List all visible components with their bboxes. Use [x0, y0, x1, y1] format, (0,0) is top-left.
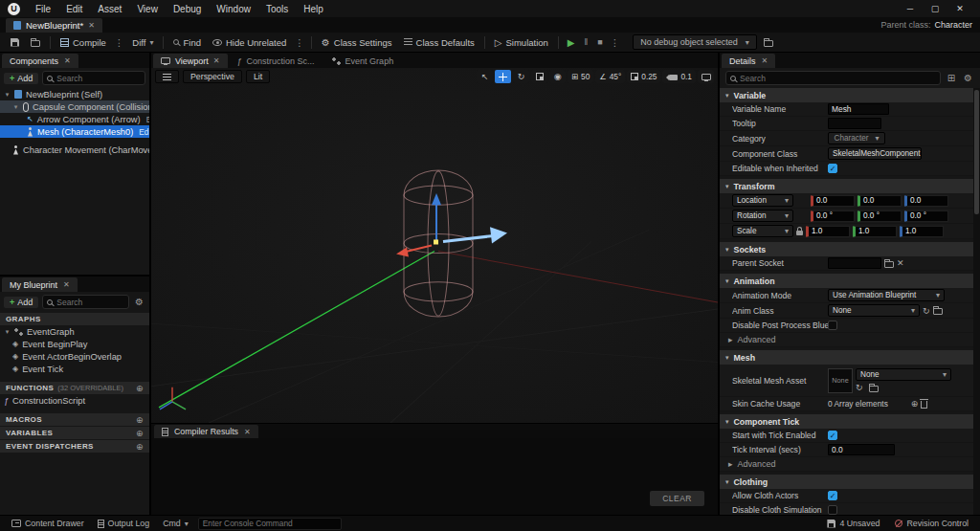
advanced-expander-tick[interactable]: ▸ Advanced [720, 457, 973, 472]
perspective-button[interactable]: Perspective [183, 70, 242, 83]
parent-class-value[interactable]: Character [934, 20, 972, 30]
add-component-button[interactable]: +Add [4, 73, 38, 84]
functions-section-header[interactable]: FUNCTIONS (32 OVERRIDABLE) ⊕ [0, 382, 149, 394]
section-animation[interactable]: ▾Animation [720, 274, 973, 288]
add-function-icon[interactable]: ⊕ [136, 384, 144, 393]
construction-script-row[interactable]: ƒ ConstructionScript [0, 394, 149, 407]
rotation-y-field[interactable]: 0.0 ° [858, 210, 902, 222]
class-defaults-button[interactable]: Class Defaults [399, 35, 479, 50]
section-variable[interactable]: ▾Variable [720, 88, 973, 102]
close-icon[interactable]: ✕ [213, 56, 220, 65]
view-options-icon[interactable]: ⊞ [946, 73, 957, 83]
play-button[interactable]: ▶ [564, 35, 579, 50]
components-search-input[interactable] [56, 74, 141, 83]
lock-icon[interactable] [796, 231, 803, 235]
chevron-down-icon[interactable]: ▾ [4, 328, 11, 336]
menu-view[interactable]: View [129, 4, 166, 14]
save-button[interactable] [6, 36, 24, 49]
tab-construction-script[interactable]: ƒ Construction Sc... [230, 54, 323, 68]
cmd-dropdown[interactable]: Cmd▾ [157, 519, 194, 528]
add-array-element-icon[interactable]: ⊕ [911, 399, 919, 409]
compile-button[interactable]: Compile [56, 35, 111, 50]
scrollbar-thumb[interactable] [974, 90, 979, 214]
debug-object-select[interactable]: No debug object selected ▾ [633, 34, 757, 50]
component-row-self[interactable]: ▾ NewBlueprint (Self) [0, 88, 149, 100]
close-icon[interactable]: ✕ [244, 428, 251, 436]
event-actorbeginoverlap-row[interactable]: ◈ Event ActorBeginOverlap [0, 350, 149, 363]
simulation-button[interactable]: ▷Simulation [490, 35, 553, 50]
browse-asset-button[interactable] [26, 36, 45, 49]
animation-mode-select[interactable]: Use Animation Blueprint▾ [828, 289, 945, 301]
location-y-field[interactable]: 0.0 [858, 195, 902, 207]
variables-section-header[interactable]: VARIABLES ⊕ [0, 427, 149, 439]
category-select[interactable]: Character▾ [828, 132, 885, 144]
component-row-capsule[interactable]: ▾ Capsule Component (CollisionCylinde [0, 100, 149, 113]
compile-options-button[interactable]: ⋮ [113, 35, 126, 50]
select-tool-button[interactable]: ↖ [477, 70, 493, 83]
tab-details[interactable]: Details ✕ [722, 54, 775, 68]
debug-browse-button[interactable] [759, 36, 778, 49]
output-log-button[interactable]: Output Log [92, 519, 156, 528]
rotate-tool-button[interactable]: ↻ [513, 70, 529, 83]
settings-gear-icon[interactable]: ⚙ [133, 297, 145, 307]
tab-compiler-results[interactable]: Compiler Results ✕ [154, 425, 258, 438]
scale-snap-control[interactable]: 0.25 [627, 70, 660, 83]
close-button[interactable]: ✕ [947, 4, 972, 13]
disable-post-process-checkbox[interactable] [828, 321, 837, 330]
browse-mesh-icon[interactable] [869, 386, 879, 392]
section-mesh[interactable]: ▾Mesh [720, 350, 973, 365]
component-class-select[interactable]: SkeletalMeshComponent▾ [828, 147, 922, 160]
location-x-field[interactable]: 0.0 [811, 195, 855, 207]
details-search-input[interactable] [740, 74, 936, 83]
close-icon[interactable]: ✕ [88, 21, 95, 30]
disable-cloth-simulation-checkbox[interactable] [828, 505, 837, 515]
details-scrollbar[interactable] [973, 88, 980, 515]
start-with-tick-enabled-checkbox[interactable] [828, 431, 837, 440]
graphs-section-header[interactable]: GRAPHS [0, 313, 149, 325]
anim-class-select[interactable]: None▾ [828, 304, 920, 317]
skeletal-mesh-select[interactable]: None▾ [856, 368, 951, 381]
location-z-field[interactable]: 0.0 [904, 195, 948, 207]
viewport-3d[interactable]: Perspective Lit ↖ ↻ ◉ ⊞50 ∠45° 0.25 0.1 [151, 68, 718, 423]
section-clothing[interactable]: ▾Clothing [720, 475, 973, 489]
event-beginplay-row[interactable]: ◈ Event BeginPlay [0, 338, 149, 350]
play-options-button[interactable]: ⋮ [609, 35, 622, 50]
scale-z-field[interactable]: 1.0 [900, 226, 944, 237]
section-sockets[interactable]: ▾Sockets [720, 242, 973, 256]
menu-edit[interactable]: Edit [58, 4, 90, 14]
grid-snap-control[interactable]: ⊞50 [568, 70, 593, 83]
menu-help[interactable]: Help [296, 4, 331, 14]
unsaved-status-button[interactable]: 4 Unsaved [821, 519, 885, 528]
scale-space-select[interactable]: Scale▾ [732, 225, 793, 237]
section-transform[interactable]: ▾Transform [720, 179, 973, 193]
clear-button[interactable]: CLEAR [650, 491, 704, 506]
use-selected-icon[interactable]: ↻ [923, 306, 930, 316]
blueprint-document-tab[interactable]: NewBlueprint* ✕ [6, 18, 102, 33]
my-blueprint-search-input[interactable] [56, 298, 124, 307]
tab-viewport[interactable]: Viewport ✕ [153, 54, 228, 68]
close-icon[interactable]: ✕ [64, 56, 71, 65]
mesh-thumbnail[interactable]: None [828, 368, 853, 393]
browse-anim-class-icon[interactable] [933, 308, 943, 315]
menu-tools[interactable]: Tools [258, 4, 296, 14]
add-blueprint-item-button[interactable]: +Add [4, 297, 38, 308]
component-row-arrow[interactable]: ↖ Arrow Component (Arrow) Edit in C... [0, 113, 149, 125]
menu-file[interactable]: File [28, 4, 58, 14]
component-row-mesh[interactable]: Mesh (CharacterMesh0) Edit in C++ [0, 125, 149, 138]
component-row-character-movement[interactable]: Character Movement (CharMoveComp [0, 144, 149, 156]
trash-icon[interactable] [921, 401, 927, 409]
maximize-viewport-button[interactable] [698, 70, 714, 83]
diff-button[interactable]: Diff▾ [127, 35, 158, 50]
location-space-select[interactable]: Location▾ [732, 194, 793, 207]
chevron-down-icon[interactable]: ▾ [4, 91, 11, 99]
content-drawer-button[interactable]: Content Drawer [6, 519, 90, 528]
rotation-snap-control[interactable]: ∠45° [595, 70, 625, 83]
editable-when-inherited-checkbox[interactable] [828, 164, 837, 173]
camera-speed-control[interactable]: 0.1 [662, 70, 696, 83]
browse-socket-icon[interactable] [884, 261, 894, 268]
macros-section-header[interactable]: MACROS ⊕ [0, 413, 149, 426]
add-variable-icon[interactable]: ⊕ [136, 429, 144, 438]
rotation-x-field[interactable]: 0.0 ° [811, 210, 855, 222]
section-component-tick[interactable]: ▾Component Tick [720, 414, 973, 429]
tab-event-graph[interactable]: Event Graph [324, 54, 402, 68]
